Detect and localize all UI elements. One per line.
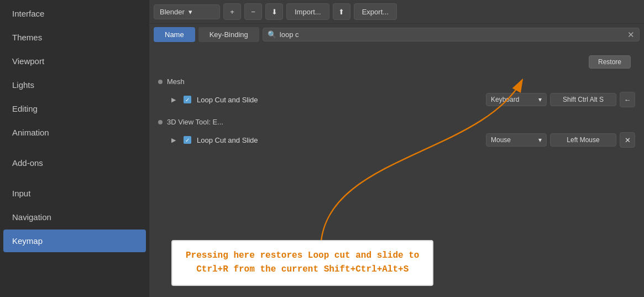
section-3dview: 3D View Tool: E... bbox=[158, 114, 635, 129]
sidebar-item-interface[interactable]: Interface bbox=[3, 2, 146, 25]
sidebar-item-lights[interactable]: Lights bbox=[3, 74, 146, 96]
upload-preset-button[interactable]: ⬆ bbox=[333, 3, 350, 20]
keymap-row-loop-cut-mesh: ▶ Loop Cut and Slide Keyboard ▾ Shift Ct… bbox=[158, 89, 635, 110]
checkbox-loop-cut-mouse[interactable] bbox=[184, 136, 191, 144]
import-button[interactable]: Import... bbox=[286, 3, 329, 20]
keymap-row-loop-cut-mouse: ▶ Loop Cut and Slide Mouse ▾ Left Mouse … bbox=[158, 129, 635, 150]
chevron-down-icon-2: ▾ bbox=[538, 136, 542, 144]
export-button[interactable]: Export... bbox=[354, 3, 397, 20]
search-clear-icon[interactable]: ✕ bbox=[627, 30, 635, 39]
sidebar-item-navigation[interactable]: Navigation bbox=[3, 206, 146, 228]
chevron-down-icon: ▾ bbox=[538, 96, 542, 103]
search-wrap: 🔍 ✕ bbox=[263, 28, 640, 41]
add-preset-button[interactable]: + bbox=[223, 3, 241, 20]
tab-keybinding[interactable]: Key-Binding bbox=[198, 27, 259, 42]
tooltip-line2: Ctrl+R from the current Shift+Ctrl+Alt+S bbox=[186, 263, 419, 277]
device-select-keyboard[interactable]: Keyboard ▾ bbox=[486, 93, 547, 106]
device-select-mouse[interactable]: Mouse ▾ bbox=[486, 133, 547, 147]
sidebar-item-addons[interactable]: Add-ons bbox=[3, 152, 146, 174]
download-preset-button[interactable]: ⬇ bbox=[265, 3, 283, 20]
content-area: Restore Mesh ▶ Loop Cut and Slide Keyboa… bbox=[149, 45, 644, 297]
sidebar-item-themes[interactable]: Themes bbox=[3, 26, 146, 49]
sidebar-item-input[interactable]: Input bbox=[3, 182, 146, 205]
preset-select[interactable]: Blender ▾ bbox=[154, 4, 220, 19]
main-panel: Blender ▾ + − ⬇ Import... ⬆ Export... Na… bbox=[149, 0, 644, 297]
sidebar-item-keymap[interactable]: Keymap bbox=[3, 230, 146, 252]
key-combo-mouse[interactable]: Left Mouse bbox=[550, 133, 616, 147]
checkbox-loop-cut-mesh[interactable] bbox=[184, 96, 191, 103]
expand-arrow-icon-2[interactable]: ▶ bbox=[171, 137, 178, 144]
restore-row: Restore bbox=[158, 52, 635, 72]
sidebar-spacer-2 bbox=[3, 175, 146, 181]
expand-arrow-icon[interactable]: ▶ bbox=[171, 96, 178, 103]
tooltip-box: Pressing here restores Loop cut and slid… bbox=[171, 240, 433, 286]
close-icon-btn[interactable]: ✕ bbox=[620, 132, 635, 148]
topbar: Blender ▾ + − ⬇ Import... ⬆ Export... bbox=[149, 0, 644, 24]
backspace-icon-btn[interactable]: ← bbox=[620, 92, 635, 107]
chevron-down-icon: ▾ bbox=[189, 8, 214, 16]
tooltip-line1: Pressing here restores Loop cut and slid… bbox=[186, 249, 419, 263]
search-icon: 🔍 bbox=[268, 30, 276, 39]
section-mesh: Mesh bbox=[158, 74, 635, 89]
searchbar: Name Key-Binding 🔍 ✕ bbox=[149, 24, 644, 45]
bullet-icon bbox=[158, 80, 163, 84]
remove-preset-button[interactable]: − bbox=[244, 3, 262, 20]
sidebar: Interface Themes Viewport Lights Editing… bbox=[0, 0, 149, 297]
bullet-icon-2 bbox=[158, 120, 163, 124]
sidebar-item-editing[interactable]: Editing bbox=[3, 97, 146, 120]
restore-button[interactable]: Restore bbox=[589, 55, 631, 69]
sidebar-item-viewport[interactable]: Viewport bbox=[3, 50, 146, 72]
search-input[interactable] bbox=[280, 30, 624, 39]
key-combo-keyboard[interactable]: Shift Ctrl Alt S bbox=[550, 93, 616, 106]
sidebar-spacer bbox=[3, 145, 146, 150]
tab-name[interactable]: Name bbox=[154, 27, 195, 42]
sidebar-item-animation[interactable]: Animation bbox=[3, 121, 146, 144]
